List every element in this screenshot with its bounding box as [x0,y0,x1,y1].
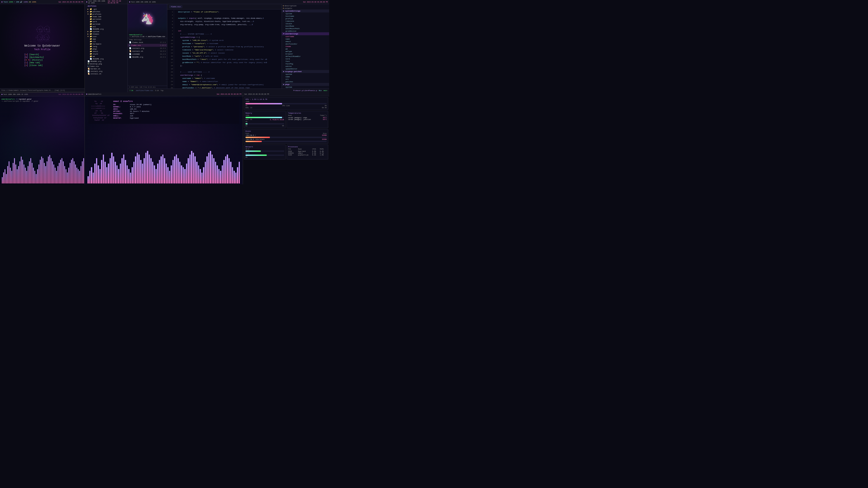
fetch-key-packages: PACKAGES: [113,112,129,115]
code-tab-flakenix[interactable]: flake.nix [169,5,182,8]
fb-item-user[interactable]: ▼ 📁 user [85,35,127,38]
fb-item-style[interactable]: 📁 style [85,53,127,55]
fl-item-flakelock[interactable]: 📄 flake.lock 27.5 K [128,41,167,44]
bl-tb-label: Tech 100% 20% 100% 28 100% [3,94,28,95]
fl-item-readme[interactable]: 📄 README.org 10.6 K [128,56,167,59]
fetch-val-uptime: 21 hours 7 minutes [130,110,149,112]
br-viz-bar [89,171,91,184]
rs-leaf-defaultroamdir[interactable]: defaultRoamDir [282,55,329,58]
rs-leaf-np-src[interactable]: src [282,78,329,80]
fetch-header: \\ // \\ // :::::////:::: :::::////:::: … [91,100,237,122]
fb-item-themes[interactable]: ▶ 📁 themes [85,33,127,35]
br-viz-bar [127,165,128,184]
fb-item-profiles[interactable]: ▼ 📁 profiles [85,13,127,15]
rs-leaf-np-system[interactable]: system [282,73,329,75]
mem-100-label: 100% [246,115,284,116]
rs-leaf-fontpkg[interactable]: fontPkg [282,63,329,65]
rs-leaf-name[interactable]: name [282,38,329,40]
ph-cpu: CPU% [312,148,319,150]
rs-leaf-browser[interactable]: browser [282,53,329,55]
audio-visualizer-br [85,126,243,184]
net-label-2: 54.0 [246,152,249,154]
rs-leaf-label: system [285,13,292,15]
fb-item-personal[interactable]: 📁 personal [85,18,127,20]
fb-item-install-org[interactable]: 📄 install.org [85,70,127,72]
fb-item-pkgs[interactable]: 📁 pkgs [85,48,127,50]
fb-item-git[interactable]: ▶ 📁 .git [85,8,127,10]
dh-path: Path [246,133,249,134]
fb-item-desktop-png[interactable]: 🖼 desktop.png [85,63,127,65]
fb-item-readme-user[interactable]: 📄 README.org [85,58,127,60]
rs-item-description[interactable]: ⚙ description [282,4,329,7]
line-numbers: 12345 678910 1112131415 1617181920 21222… [167,9,174,89]
rs-section-systemsettings[interactable]: ▶ systemSettings [282,9,329,12]
fb-item-lang[interactable]: 📁 lang [85,45,127,48]
fb-item-cli[interactable]: 📁 cli [85,40,127,43]
fb-item-system[interactable]: ▶ 📁 system [85,30,127,33]
fb-item-flake-nix[interactable]: ❄ flake.nix [85,65,127,68]
fl-item-flakenix[interactable]: ❄ flake.nix 2.26 K [128,44,167,47]
rs-leaf-username[interactable]: username [282,35,329,38]
rs-leaf-bootmode[interactable]: bootMode [282,25,329,27]
qb-menu-item-search[interactable]: [o] [Search] [24,54,60,56]
fl-item-installsh[interactable]: 📜 install.sh 10.6 K [128,50,167,53]
rs-leaf-hostname[interactable]: hostname [282,15,329,18]
rs-section-usersettings[interactable]: ▼ userSettings [282,32,329,35]
rs-leaf-label: bootMountPath [285,28,300,30]
fl-item-installorg[interactable]: 📄 install.org 10.6 K [128,47,167,50]
rs-leaf-email[interactable]: email [282,40,329,43]
rs-leaf-pkgs-system[interactable]: system [282,86,329,88]
rs-leaf-bootmountpath[interactable]: bootMountPath [282,27,329,30]
rs-leaf-grubdevice[interactable]: grubDevice [282,30,329,32]
rs-leaf-term[interactable]: term [282,58,329,60]
rs-leaf-np-patches[interactable]: patches [282,80,329,83]
rs-leaf-locale[interactable]: locale [282,22,329,25]
net-bar1-bg [246,151,284,152]
rs-section-nixpkgs[interactable]: ▶ nixpkgs-patched [282,70,329,73]
rs-leaf-system[interactable]: system [282,12,329,15]
code-header: flake.nix [167,4,282,9]
fb-item-install-sh[interactable]: 📜 install.sh [85,72,127,75]
rs-leaf-spawneditor[interactable]: spawnEditor [282,68,329,70]
rs-leaf-theme[interactable]: theme [282,45,329,48]
fb-item-patches[interactable]: ▶ 📁 patches [85,10,127,13]
qb-menu-item-closetab[interactable]: [x] [Close tab] [24,64,60,67]
rs-section-pkgs[interactable]: ▶ pkgs [282,83,329,86]
rs-leaf-profile[interactable]: profile [282,18,329,20]
fb-item-app[interactable]: 📁 app [85,38,127,40]
qb-content: ,-'-. ,-'-. / _ \ / _ \ | / O \ | / O \ … [0,4,85,88]
fb-item-hardware[interactable]: 📁 hardware [85,43,127,45]
fb-item-homelab[interactable]: 📁 home.lab [85,15,127,18]
qb-menu-item-quickmarks[interactable]: [b] [Quickmarks] [24,56,60,59]
rs-leaf-font[interactable]: font [282,60,329,63]
br-viz-bar [96,158,97,184]
rs-leaf-wmtype[interactable]: wmType [282,50,329,53]
qb-menu-item-history[interactable]: [S h] [History] [24,59,60,61]
fb-item-readme-profiles[interactable]: 📄 README.org [85,28,127,30]
viz-bar [79,171,80,184]
rs-item-outputs[interactable]: ⚙ outputs [282,7,329,9]
fb-item-shell[interactable]: 📁 shell [85,50,127,53]
rs-leaf-timezone[interactable]: timezone [282,20,329,22]
fb-tree-list[interactable]: ▶ 📁 .git ▶ 📁 patches ▼ 📁 profiles 📁 home… [85,7,127,92]
temp-row-junction: card0 (amdgpu): junction 58°C [288,119,327,121]
fb-item-harden-sh[interactable]: 📜 harden.sh [85,68,127,70]
fl-item-license[interactable]: 📄 LICENSE 34.2 K [128,53,167,56]
br-viz-bar [118,169,119,184]
mem-bar-fill [246,117,282,118]
fb-item-work[interactable]: 📁 work [85,20,127,23]
fb-item-readme-root[interactable]: 📄 README.org [85,60,127,63]
rs-leaf-wm[interactable]: wm [282,48,329,50]
fb-item-wm[interactable]: 📁 wm [85,55,127,58]
fl-item-size: 34.2 K [160,53,166,55]
viz-bar [17,169,18,184]
rs-leaf-editor[interactable]: editor [282,65,329,68]
folder-icon: 📁 [90,38,92,40]
fb-item-label: wsl [93,26,96,28]
rs-leaf-dotfilesdir[interactable]: dotfilesDir [282,43,329,45]
qb-subtitle: Tech Profile [24,48,60,51]
fb-item-worklab[interactable]: 📁 worklab [85,23,127,25]
qb-menu-item-newtab[interactable]: [t] [New tab] [24,62,60,64]
fb-item-wsl[interactable]: 📁 wsl [85,25,127,28]
rs-leaf-np-name[interactable]: name [282,75,329,78]
